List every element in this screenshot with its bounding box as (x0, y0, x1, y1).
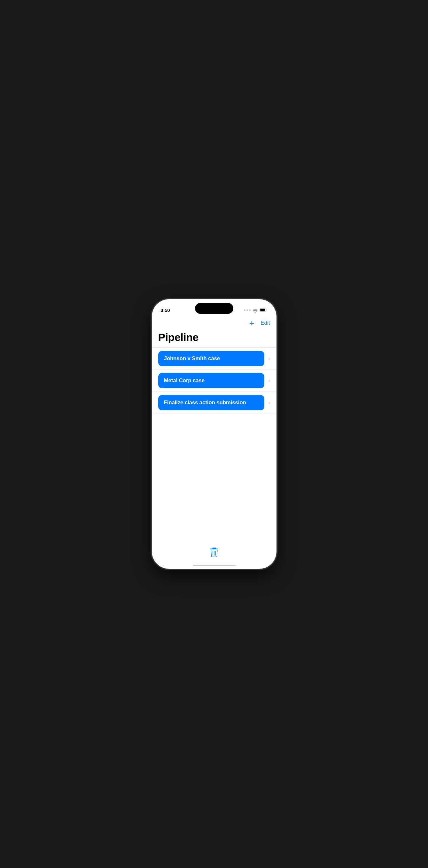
list-item-label-3: Finalize class action submission (164, 400, 246, 406)
add-button[interactable]: + (249, 319, 254, 327)
status-time: 3:50 (161, 307, 170, 313)
screen: 3:50 (152, 299, 276, 569)
battery-icon (259, 308, 268, 312)
toolbar: + Edit (152, 316, 276, 331)
list-item-label-2: Metal Corp case (164, 377, 205, 383)
app-content: + Edit Pipeline Johnson v Smith case › M… (152, 316, 276, 569)
list-item[interactable]: Finalize class action submission › (152, 392, 276, 414)
edit-button[interactable]: Edit (261, 320, 270, 326)
signal-dot-1 (244, 309, 245, 311)
wifi-icon (252, 308, 257, 312)
chevron-icon-2: › (268, 378, 270, 383)
list-container: Johnson v Smith case › Metal Corp case ›… (152, 347, 276, 448)
home-indicator (193, 565, 236, 566)
svg-rect-1 (260, 309, 265, 312)
list-item-button-1[interactable]: Johnson v Smith case (158, 351, 265, 366)
trash-icon[interactable] (210, 548, 218, 559)
dynamic-island (195, 303, 233, 314)
list-item[interactable]: Johnson v Smith case › (152, 348, 276, 370)
chevron-icon-3: › (268, 400, 270, 406)
list-item-button-3[interactable]: Finalize class action submission (158, 395, 265, 410)
spacer (152, 448, 276, 548)
list-item-label-1: Johnson v Smith case (164, 355, 220, 362)
status-icons (244, 308, 268, 312)
signal-dot-3 (249, 309, 251, 311)
list-item-button-2[interactable]: Metal Corp case (158, 373, 265, 388)
phone-frame: 3:50 (152, 299, 276, 569)
signal-dots (244, 309, 251, 311)
page-title: Pipeline (152, 331, 276, 347)
signal-dot-2 (246, 309, 248, 311)
list-item[interactable]: Metal Corp case › (152, 370, 276, 392)
chevron-icon-1: › (268, 356, 270, 362)
